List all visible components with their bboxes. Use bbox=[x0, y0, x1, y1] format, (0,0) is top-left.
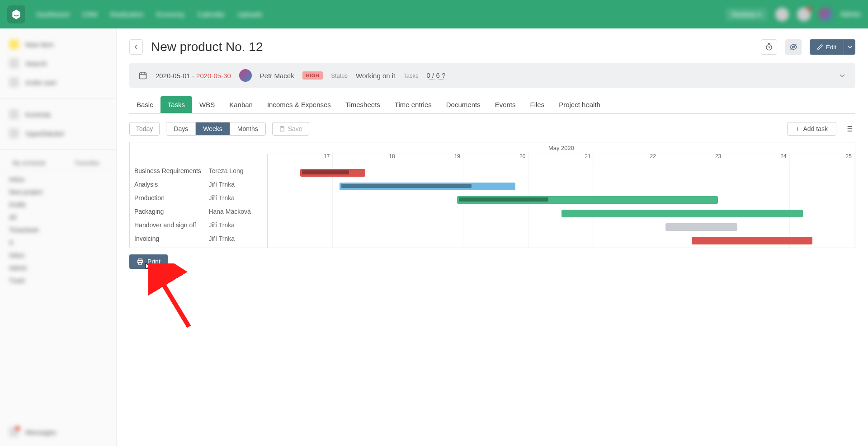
tab-files[interactable]: Files bbox=[523, 96, 552, 113]
gantt-toolbar: Today DaysWeeksMonths Save +Add task bbox=[129, 122, 855, 136]
tab-incomes-expenses[interactable]: Incomes & Expenses bbox=[260, 96, 338, 113]
task-row[interactable]: Business RequirementsTereza Long bbox=[130, 164, 267, 178]
gantt-bar[interactable] bbox=[457, 196, 718, 204]
sidebar-tabs[interactable]: My scheduleFavorites bbox=[0, 156, 116, 170]
tab-tasks[interactable]: Tasks bbox=[160, 96, 192, 113]
top-nav: Dashboard CRM Realization Economy Calend… bbox=[0, 0, 868, 28]
timer-icon[interactable] bbox=[761, 39, 777, 55]
print-icon bbox=[137, 258, 144, 265]
help-icon[interactable] bbox=[775, 8, 789, 21]
topnav-item[interactable]: Uploads bbox=[237, 10, 262, 18]
task-row[interactable]: ProductionJiří Trnka bbox=[130, 191, 267, 205]
topnav-item[interactable]: Realization bbox=[110, 10, 144, 18]
owner-avatar bbox=[239, 69, 252, 82]
owner-name: Petr Macek bbox=[260, 72, 294, 80]
task-row[interactable]: PackagingHana Macková bbox=[130, 205, 267, 218]
view-days[interactable]: Days bbox=[166, 122, 196, 135]
gantt-bar[interactable] bbox=[340, 183, 516, 190]
topnav-item[interactable]: Economy bbox=[156, 10, 185, 18]
user-avatar[interactable] bbox=[819, 8, 832, 21]
sidebar-messages[interactable]: Messages bbox=[0, 423, 116, 441]
list-view-icon[interactable] bbox=[843, 122, 855, 135]
edit-dropdown[interactable] bbox=[844, 39, 855, 55]
page-header: New product No. 12 Edit bbox=[129, 39, 855, 55]
topnav-dropdown[interactable]: Reviews ▾ bbox=[726, 8, 767, 21]
add-task-button[interactable]: +Add task bbox=[787, 122, 836, 136]
save-button[interactable]: Save bbox=[272, 122, 309, 136]
tasks-value: 0 / 6 ? bbox=[427, 71, 446, 80]
svg-line-14 bbox=[157, 274, 189, 327]
topnav-item[interactable]: CRM bbox=[82, 10, 97, 18]
sidebar-invite[interactable]: Invite user bbox=[0, 73, 116, 92]
expand-info-icon[interactable] bbox=[838, 71, 846, 80]
gantt-bar[interactable] bbox=[561, 210, 803, 217]
today-button[interactable]: Today bbox=[129, 122, 160, 136]
notifications-icon[interactable] bbox=[797, 8, 811, 21]
tab-basic[interactable]: Basic bbox=[129, 96, 160, 113]
gantt-bar[interactable] bbox=[300, 169, 365, 177]
edit-button[interactable]: Edit bbox=[810, 39, 844, 55]
app-logo[interactable] bbox=[7, 5, 25, 23]
task-row[interactable]: InvoicingJiří Trnka bbox=[130, 232, 267, 245]
view-weeks[interactable]: Weeks bbox=[196, 122, 230, 135]
tab-events[interactable]: Events bbox=[488, 96, 523, 113]
back-button[interactable] bbox=[129, 39, 143, 55]
sidebar: New item Search Invite user Kontrola Vyp… bbox=[0, 28, 117, 446]
print-button[interactable]: Print bbox=[129, 254, 168, 269]
tab-timesheets[interactable]: Timesheets bbox=[338, 96, 387, 113]
sidebar-search[interactable]: Search bbox=[0, 54, 116, 73]
gantt-task-list: Business RequirementsTereza LongAnalysis… bbox=[130, 154, 268, 248]
status-value: Working on it bbox=[356, 72, 395, 80]
topnav-item[interactable]: Dashboard bbox=[36, 10, 69, 18]
project-tabs: BasicTasksWBSKanbanIncomes & ExpensesTim… bbox=[129, 96, 855, 114]
gantt-bars bbox=[268, 154, 855, 248]
topnav-items: Dashboard CRM Realization Economy Calend… bbox=[36, 10, 262, 18]
user-name[interactable]: Admin bbox=[840, 10, 861, 19]
date-start: 2020-05-01 bbox=[156, 72, 190, 80]
sidebar-item[interactable]: Vypočítávání bbox=[0, 124, 116, 143]
page-title: New product No. 12 bbox=[151, 40, 263, 54]
view-months[interactable]: Months bbox=[230, 122, 265, 135]
view-segmented: DaysWeeksMonths bbox=[166, 122, 265, 136]
task-row[interactable]: AnalysisJiří Trnka bbox=[130, 178, 267, 191]
sidebar-item[interactable]: Kontrola bbox=[0, 105, 116, 124]
arrow-annotation bbox=[148, 263, 198, 331]
main-content: New product No. 12 Edit 2020-05-01 - 202… bbox=[117, 28, 868, 446]
tab-documents[interactable]: Documents bbox=[439, 96, 488, 113]
topnav-right: Reviews ▾ Admin bbox=[726, 8, 861, 21]
plus-icon: + bbox=[796, 125, 799, 132]
gantt-chart: May 2020 171819202122232425 Business Req… bbox=[129, 142, 855, 248]
tab-project-health[interactable]: Project health bbox=[552, 96, 608, 113]
tab-time-entries[interactable]: Time entries bbox=[387, 96, 439, 113]
status-label: Status bbox=[331, 72, 348, 79]
topnav-item[interactable]: Calendar bbox=[197, 10, 225, 18]
tab-kanban[interactable]: Kanban bbox=[222, 96, 260, 113]
task-row[interactable]: Handover and sign offJiří Trnka bbox=[130, 218, 267, 232]
gantt-bar[interactable] bbox=[692, 237, 812, 244]
date-end: 2020-05-30 bbox=[196, 72, 231, 80]
priority-badge: HIGH bbox=[302, 71, 323, 80]
sidebar-new-item[interactable]: New item bbox=[0, 35, 116, 54]
svg-rect-3 bbox=[140, 73, 146, 79]
svg-rect-4 bbox=[281, 127, 283, 128]
gantt-bar[interactable] bbox=[665, 223, 737, 231]
tab-wbs[interactable]: WBS bbox=[192, 96, 222, 113]
tasks-label: Tasks bbox=[403, 72, 418, 79]
sidebar-list: InboxNew projectDraftsAllTimesheetSInbox… bbox=[0, 174, 116, 286]
project-info-bar[interactable]: 2020-05-01 - 2020-05-30 Petr Macek HIGH … bbox=[129, 63, 855, 88]
visibility-off-icon[interactable] bbox=[785, 39, 802, 55]
calendar-icon bbox=[138, 71, 147, 80]
gantt-month-label: May 2020 bbox=[268, 142, 855, 154]
